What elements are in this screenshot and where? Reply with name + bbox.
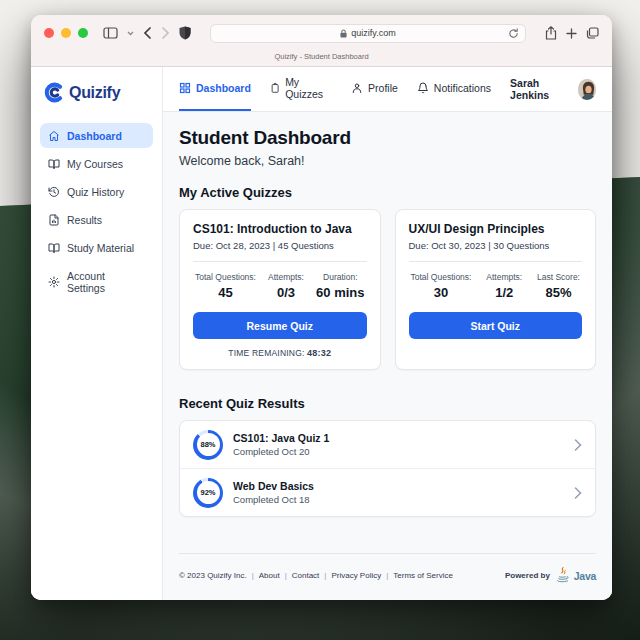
minimize-window-button[interactable] <box>61 28 71 38</box>
share-icon[interactable] <box>545 26 557 40</box>
welcome-message: Welcome back, Sarah! <box>179 154 596 168</box>
url-text: quizify.com <box>351 28 395 38</box>
refresh-icon[interactable] <box>508 28 519 41</box>
recent-results-heading: Recent Quiz Results <box>179 396 596 411</box>
sidebar-item-account-settings[interactable]: Account Settings <box>40 263 153 300</box>
score-value: 88% <box>197 433 220 456</box>
sidebar-toggle-icon[interactable] <box>103 27 118 39</box>
new-tab-icon[interactable] <box>566 28 577 39</box>
tab-overview-icon[interactable] <box>586 27 599 39</box>
stat-label: Attempts: <box>486 272 522 282</box>
footer-link-about[interactable]: About <box>247 571 280 580</box>
result-title: Web Dev Basics <box>233 480 314 492</box>
footer-link-terms[interactable]: Terms of Service <box>381 571 453 580</box>
tab-label: My Quizzes <box>285 76 332 100</box>
footer-link-contact[interactable]: Contact <box>280 571 320 580</box>
stat-value: 60 mins <box>316 285 364 300</box>
sidebar-item-dashboard[interactable]: Dashboard <box>40 123 153 148</box>
quizify-logo-icon <box>43 82 64 103</box>
chevron-right-icon <box>574 487 582 499</box>
sidebar-item-quiz-history[interactable]: Quiz History <box>40 179 153 204</box>
result-row-cs101[interactable]: 88% CS101: Java Quiz 1 Completed Oct 20 <box>180 421 595 468</box>
stat-value: 30 <box>411 285 472 300</box>
book-open-icon <box>48 242 60 254</box>
privacy-shield-icon[interactable] <box>179 26 191 40</box>
time-remaining: TIME REMAINING: 48:32 <box>193 348 367 358</box>
powered-by: Powered by Java <box>505 567 596 584</box>
sidebar-item-label: Dashboard <box>67 130 122 142</box>
recent-results-list: 88% CS101: Java Quiz 1 Completed Oct 20 … <box>179 420 596 517</box>
active-quizzes-heading: My Active Quizzes <box>179 185 596 200</box>
chevron-right-icon <box>574 439 582 451</box>
forward-button[interactable] <box>161 27 170 39</box>
url-bar[interactable]: quizify.com <box>210 24 526 43</box>
user-menu[interactable]: Sarah Jenkins <box>510 67 596 111</box>
time-remaining-label: TIME REMAINING: <box>228 348 304 358</box>
result-title: CS101: Java Quiz 1 <box>233 432 329 444</box>
gear-icon <box>48 276 60 288</box>
tab-label: Notifications <box>434 82 491 94</box>
browser-window: quizify.com Quizify - Student Dashboard <box>31 15 612 600</box>
quiz-title: CS101: Introduction to Java <box>193 222 367 236</box>
stat-value: 0/3 <box>268 285 304 300</box>
stat-label: Duration: <box>316 272 364 282</box>
quiz-due: Due: Oct 28, 2023 | 45 Questions <box>193 240 367 262</box>
sidebar-item-label: Account Settings <box>67 270 145 294</box>
quizify-logo[interactable]: Quizify <box>43 82 153 103</box>
tab-dashboard[interactable]: Dashboard <box>179 67 251 111</box>
browser-chrome: quizify.com Quizify - Student Dashboard <box>31 15 612 67</box>
sidebar-item-study-material[interactable]: Study Material <box>40 235 153 260</box>
user-name: Sarah Jenkins <box>510 77 571 101</box>
book-open-icon <box>48 158 60 170</box>
user-icon <box>351 82 363 94</box>
tab-label: Profile <box>368 82 398 94</box>
file-chart-icon <box>48 214 60 226</box>
start-quiz-button[interactable]: Start Quiz <box>409 312 583 339</box>
quiz-card-uxui: UX/UI Design Principles Due: Oct 30, 202… <box>395 209 597 370</box>
home-icon <box>48 130 60 142</box>
copyright-text: © 2023 Quizify Inc. <box>179 571 247 580</box>
lock-icon <box>340 29 347 38</box>
chevron-down-icon[interactable] <box>127 31 134 36</box>
java-wordmark: Java <box>574 570 596 582</box>
sidebar-nav: Dashboard My Courses Quiz History Result… <box>40 123 153 300</box>
quiz-stats: Total Questions:45 Attempts:0/3 Duration… <box>193 272 367 300</box>
stat-value: 85% <box>537 285 580 300</box>
stat-label: Total Questions: <box>411 272 472 282</box>
tab-profile[interactable]: Profile <box>351 67 398 111</box>
footer-link-privacy[interactable]: Privacy Policy <box>319 571 381 580</box>
sidebar-item-my-courses[interactable]: My Courses <box>40 151 153 176</box>
sidebar: Quizify Dashboard My Courses Quiz Histor… <box>31 67 163 600</box>
quiz-due: Due: Oct 30, 2023 | 30 Questions <box>409 240 583 262</box>
close-window-button[interactable] <box>44 28 54 38</box>
quizify-logo-text: Quizify <box>69 84 120 102</box>
score-ring: 92% <box>193 478 223 508</box>
tab-label: Dashboard <box>196 82 251 94</box>
browser-toolbar: quizify.com <box>31 15 612 51</box>
sidebar-item-label: My Courses <box>67 158 123 170</box>
footer: © 2023 Quizify Inc. About Contact Privac… <box>179 553 596 600</box>
sidebar-item-label: Study Material <box>67 242 134 254</box>
quiz-stats: Total Questions:30 Attempts:1/2 Last Sco… <box>409 272 583 300</box>
avatar <box>578 79 596 100</box>
tab-notifications[interactable]: Notifications <box>417 67 491 111</box>
quiz-card-cs101: CS101: Introduction to Java Due: Oct 28,… <box>179 209 381 370</box>
sidebar-item-results[interactable]: Results <box>40 207 153 232</box>
quiz-title: UX/UI Design Principles <box>409 222 583 236</box>
zoom-window-button[interactable] <box>78 28 88 38</box>
traffic-lights <box>44 28 88 38</box>
time-remaining-value: 48:32 <box>307 348 331 358</box>
stat-value: 45 <box>195 285 256 300</box>
stat-value: 1/2 <box>486 285 522 300</box>
tab-my-quizzes[interactable]: My Quizzes <box>270 67 332 111</box>
result-row-webdev[interactable]: 92% Web Dev Basics Completed Oct 18 <box>180 468 595 516</box>
back-button[interactable] <box>143 27 152 39</box>
java-logo-icon <box>554 567 570 584</box>
window-title: Quizify - Student Dashboard <box>31 51 612 66</box>
active-quizzes: CS101: Introduction to Java Due: Oct 28,… <box>179 209 596 370</box>
grid-icon <box>179 82 191 94</box>
stat-label: Total Questions: <box>195 272 256 282</box>
resume-quiz-button[interactable]: Resume Quiz <box>193 312 367 339</box>
history-icon <box>48 186 60 198</box>
sidebar-item-label: Results <box>67 214 102 226</box>
